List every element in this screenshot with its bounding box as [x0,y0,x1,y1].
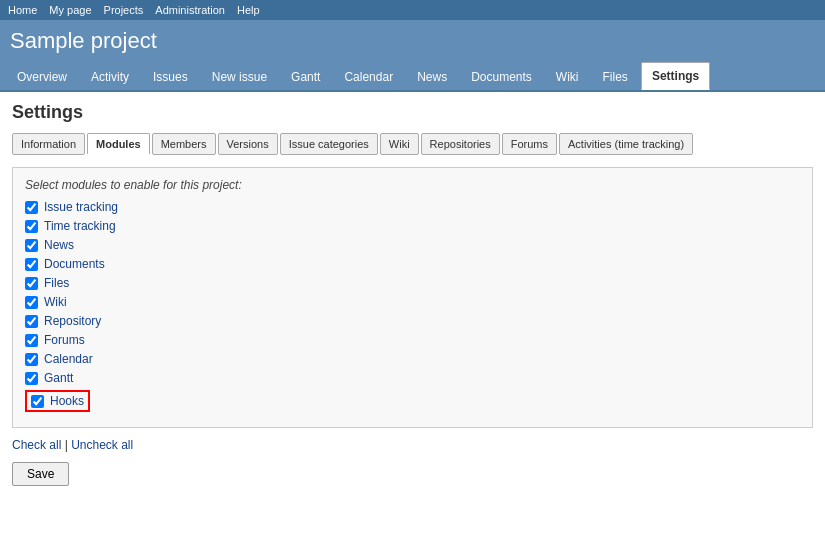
tab-calendar[interactable]: Calendar [333,63,404,90]
module-label-wiki[interactable]: Wiki [44,295,67,309]
tab-files[interactable]: Files [592,63,639,90]
check-all-link[interactable]: Check all [12,438,61,452]
module-label-news[interactable]: News [44,238,74,252]
main-tab-bar: OverviewActivityIssuesNew issueGanttCale… [0,62,825,92]
check-links: Check all | Uncheck all [12,438,813,452]
module-checkbox-repository[interactable] [25,315,38,328]
module-label-hooks[interactable]: Hooks [50,394,84,408]
hooks-highlight-row: Hooks [25,390,90,412]
module-checkbox-documents[interactable] [25,258,38,271]
settings-tab-wiki[interactable]: Wiki [380,133,419,155]
tab-wiki[interactable]: Wiki [545,63,590,90]
project-title-bar: Sample project [0,20,825,62]
settings-tab-modules[interactable]: Modules [87,133,150,155]
topnav-item-my-page[interactable]: My page [49,4,91,16]
module-item: News [25,238,800,252]
module-label-issue-tracking[interactable]: Issue tracking [44,200,118,214]
tab-documents[interactable]: Documents [460,63,543,90]
module-checkbox-files[interactable] [25,277,38,290]
settings-tab-forums[interactable]: Forums [502,133,557,155]
save-button-container: Save [12,462,813,486]
settings-tab-issue-categories[interactable]: Issue categories [280,133,378,155]
tab-settings[interactable]: Settings [641,62,710,90]
modules-description: Select modules to enable for this projec… [25,178,800,192]
module-checkbox-gantt[interactable] [25,372,38,385]
module-checkbox-hooks[interactable] [31,395,44,408]
tab-news[interactable]: News [406,63,458,90]
separator: | [61,438,71,452]
settings-tab-information[interactable]: Information [12,133,85,155]
module-checkbox-wiki[interactable] [25,296,38,309]
page-title: Settings [12,102,813,123]
page-content: Settings InformationModulesMembersVersio… [0,92,825,496]
save-button[interactable]: Save [12,462,69,486]
module-item: Issue tracking [25,200,800,214]
settings-tab-members[interactable]: Members [152,133,216,155]
module-checkbox-news[interactable] [25,239,38,252]
module-item: Forums [25,333,800,347]
module-item: Repository [25,314,800,328]
topnav-item-home[interactable]: Home [8,4,37,16]
module-label-gantt[interactable]: Gantt [44,371,73,385]
module-item: Files [25,276,800,290]
module-item: Wiki [25,295,800,309]
tab-activity[interactable]: Activity [80,63,140,90]
module-label-forums[interactable]: Forums [44,333,85,347]
module-label-repository[interactable]: Repository [44,314,101,328]
module-label-files[interactable]: Files [44,276,69,290]
module-checkbox-issue-tracking[interactable] [25,201,38,214]
module-checkbox-time-tracking[interactable] [25,220,38,233]
topnav-item-help[interactable]: Help [237,4,260,16]
settings-tab-bar: InformationModulesMembersVersionsIssue c… [12,133,813,155]
top-navigation: HomeMy pageProjectsAdministrationHelp [0,0,825,20]
module-checkbox-forums[interactable] [25,334,38,347]
tab-gantt[interactable]: Gantt [280,63,331,90]
modules-list: Issue trackingTime trackingNewsDocuments… [25,200,800,412]
module-label-time-tracking[interactable]: Time tracking [44,219,116,233]
module-label-documents[interactable]: Documents [44,257,105,271]
settings-tab-repositories[interactable]: Repositories [421,133,500,155]
settings-tab-activities-(time-tracking)[interactable]: Activities (time tracking) [559,133,693,155]
module-checkbox-calendar[interactable] [25,353,38,366]
uncheck-all-link[interactable]: Uncheck all [71,438,133,452]
topnav-item-administration[interactable]: Administration [155,4,225,16]
tab-overview[interactable]: Overview [6,63,78,90]
settings-tab-versions[interactable]: Versions [218,133,278,155]
project-title: Sample project [10,28,815,54]
module-item: Documents [25,257,800,271]
topnav-item-projects[interactable]: Projects [104,4,144,16]
module-item: Gantt [25,371,800,385]
module-item: Time tracking [25,219,800,233]
module-item: Calendar [25,352,800,366]
modules-panel: Select modules to enable for this projec… [12,167,813,428]
module-label-calendar[interactable]: Calendar [44,352,93,366]
tab-new-issue[interactable]: New issue [201,63,278,90]
tab-issues[interactable]: Issues [142,63,199,90]
